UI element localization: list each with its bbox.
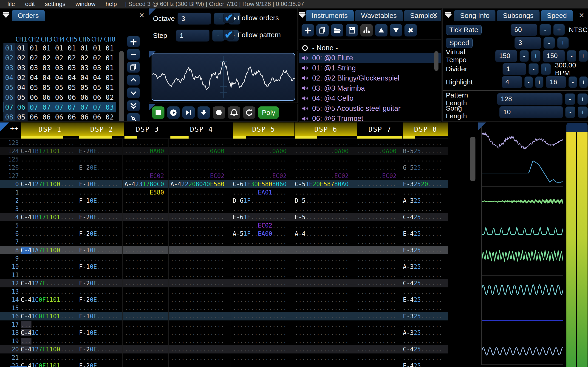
cell-fx1[interactable]: .... [150, 305, 164, 311]
cell-ins[interactable]: .. [90, 239, 97, 245]
cell-vol[interactable]: .. [142, 255, 149, 262]
cell-vol[interactable]: 0F [39, 296, 46, 303]
cell-ins[interactable]: .. [135, 222, 142, 229]
cell-note[interactable]: ... [357, 354, 368, 361]
duplicate-instrument-button[interactable] [316, 24, 329, 36]
cell-note[interactable]: ... [357, 197, 368, 204]
cell-fx1[interactable]: .... [196, 148, 210, 155]
cell-vol[interactable]: .. [142, 222, 149, 229]
cell-note[interactable]: ... [21, 140, 32, 146]
pattern-corner[interactable]: ++ [0, 123, 21, 136]
tab-orders[interactable]: Orders [12, 10, 45, 21]
cell-vol[interactable]: .. [142, 321, 149, 328]
cell-ins[interactable]: .. [414, 255, 421, 262]
cell-vol[interactable]: .. [188, 354, 195, 361]
cell-note[interactable]: A-4 [124, 181, 135, 188]
cell-note[interactable]: ... [124, 272, 135, 278]
cell-fx1[interactable]: .... [104, 255, 119, 262]
cell-fx1[interactable]: .... [196, 263, 210, 270]
cell-note[interactable]: ... [295, 173, 305, 179]
cell-note[interactable]: C-4 [21, 214, 32, 221]
cell-fx1[interactable]: .... [104, 263, 119, 270]
cell-fx1[interactable]: .... [382, 189, 397, 196]
order-cell[interactable]: 06 [65, 112, 78, 122]
menu-help[interactable]: help [102, 0, 121, 8]
cell-note[interactable]: ... [357, 288, 368, 295]
cell-ins[interactable]: .. [90, 222, 97, 229]
cell-note[interactable]: ... [124, 346, 135, 353]
cell-vol[interactable]: .. [188, 156, 195, 163]
cell-vol[interactable]: .. [39, 156, 46, 163]
cell-vol[interactable]: .. [313, 321, 320, 328]
cell-fx2[interactable]: .... [334, 288, 349, 295]
cell-vol[interactable]: .. [251, 148, 258, 155]
duplicate-order-end-button[interactable] [127, 100, 140, 111]
cell-fx1[interactable]: .... [258, 329, 272, 336]
highlight-minus-button-2[interactable]: - [569, 76, 577, 88]
cell-fx2[interactable]: .... [60, 255, 75, 262]
cell-fx1[interactable]: .... [46, 230, 61, 237]
cell-fx1[interactable]: .... [150, 222, 164, 229]
cell-ins[interactable]: .. [181, 263, 188, 270]
cell-fx1[interactable]: .... [46, 354, 61, 361]
cell-fx2[interactable]: .... [334, 296, 349, 303]
order-cell[interactable]: 04 [53, 73, 65, 83]
cell-ins[interactable]: 0E [90, 280, 97, 287]
cell-note[interactable]: ... [403, 288, 414, 295]
order-cell[interactable]: 02 [103, 112, 116, 122]
cell-note[interactable]: ... [403, 338, 414, 344]
cell-vol[interactable]: .. [142, 239, 149, 245]
oscilloscope[interactable] [152, 53, 295, 101]
cell-fx2[interactable]: 0A00 [272, 148, 287, 155]
cell-fx1[interactable]: E587 [320, 181, 334, 188]
cell-vol[interactable]: .. [39, 329, 46, 336]
cell-note[interactable]: ... [295, 313, 305, 320]
cell-note[interactable]: ... [79, 338, 90, 344]
cell-fx2[interactable]: .... [334, 197, 349, 204]
cell-vol[interactable]: 17 [142, 181, 149, 188]
instruments-scrollbar[interactable] [434, 51, 439, 71]
cell-vol[interactable]: .. [375, 288, 382, 295]
cell-ins[interactable]: 25 [414, 197, 421, 204]
cell-fx2[interactable]: .... [210, 206, 225, 212]
cell-note[interactable]: ... [124, 189, 135, 196]
cell-vol[interactable]: .. [188, 346, 195, 353]
cell-vol[interactable]: .. [188, 140, 195, 146]
cell-fx1[interactable]: .... [46, 206, 61, 212]
order-cell[interactable]: 01 [65, 43, 78, 53]
cell-fx1[interactable]: .... [196, 164, 210, 171]
order-cell[interactable]: 05 [53, 83, 65, 92]
pattern-row-20[interactable]: 20C-4127F1100....F-20E..................… [0, 345, 448, 353]
cell-note[interactable]: ... [295, 280, 305, 287]
cell-ins[interactable]: 25 [414, 181, 421, 188]
cell-note[interactable]: ... [403, 206, 414, 212]
cell-note[interactable]: F-1 [79, 181, 90, 188]
order-cell[interactable]: 04 [15, 83, 27, 92]
cell-ins[interactable]: .. [414, 222, 421, 229]
cell-ins[interactable]: 1B [32, 214, 39, 221]
cell-note[interactable]: E-2 [79, 164, 90, 171]
cell-note[interactable]: ... [295, 321, 305, 328]
cell-note[interactable]: ... [170, 189, 181, 196]
cell-note[interactable]: ... [233, 272, 243, 278]
cell-ins[interactable]: .. [181, 280, 188, 287]
cell-fx1[interactable]: .... [150, 288, 164, 295]
cell-fx1[interactable]: .... [104, 230, 119, 237]
cell-ins[interactable]: .. [305, 140, 313, 146]
cell-ins[interactable]: .. [368, 247, 375, 254]
cell-vol[interactable]: .. [142, 247, 149, 254]
cell-ins[interactable]: .. [135, 263, 142, 270]
cell-ins[interactable]: .. [243, 338, 251, 344]
cell-fx1[interactable]: .... [150, 362, 164, 367]
cell-fx1[interactable]: .... [258, 288, 272, 295]
cell-fx1[interactable]: .... [428, 305, 443, 311]
cell-vol[interactable]: .. [313, 164, 320, 171]
cell-vol[interactable]: .. [188, 305, 195, 311]
cell-fx2[interactable]: .... [334, 206, 349, 212]
cell-fx2[interactable]: .... [210, 280, 225, 287]
song-length-plus-button[interactable]: + [578, 106, 588, 118]
cell-ins[interactable]: .. [305, 164, 313, 171]
cell-fx2[interactable]: .... [210, 329, 225, 336]
cell-vol[interactable]: .. [142, 338, 149, 344]
order-cell[interactable]: 01 [27, 43, 40, 53]
